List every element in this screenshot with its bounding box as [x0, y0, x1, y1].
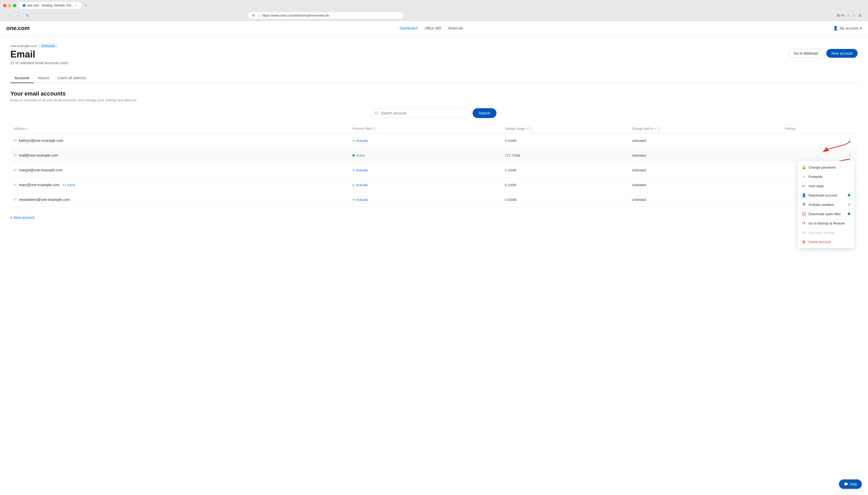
three-dots-wrap: ⋮ 🔒 Change password → Forwar [845, 152, 854, 159]
storage-info-icon[interactable]: i [528, 127, 532, 131]
nav-office365[interactable]: Office 365 [425, 26, 441, 30]
row-settings-cell: ⋮ 🔒 Change password → Forwar [782, 148, 858, 163]
email-address-wrap: ✉ mary@one-example.com +1 more [14, 183, 346, 187]
status-dot [353, 154, 355, 157]
dropdown-sanebox[interactable]: ⚗ Activate sanebox [798, 200, 854, 209]
page-title: Email [10, 49, 68, 60]
dropdown-label: Delete account [808, 240, 831, 244]
address-sort-icon[interactable]: ▾ [26, 127, 27, 130]
table-row: ✉ kathryn@one-example.com Activate 0.03M… [10, 133, 858, 148]
addon-col-label: Storage add-on [632, 127, 653, 131]
premium-col-label: Premium Mail [353, 127, 371, 131]
close-window-btn[interactable] [3, 4, 6, 7]
table-body: ✉ kathryn@one-example.com Activate 0.03M… [10, 133, 858, 207]
help-button[interactable]: 💬 Help [839, 479, 862, 489]
email-extra-label: +1 more [63, 183, 75, 187]
chevron-down-icon: ▾ [860, 26, 862, 30]
tab-title: one.com : Hosting, Domain, Em... [27, 4, 73, 7]
row-storage-cell: 717.72MB [502, 148, 629, 163]
browser-controls: 80 % ☆ 🛡 ☰ [837, 14, 862, 17]
col-address-header: Address ▾ [10, 124, 349, 133]
lock-icon: 🔒 [802, 165, 806, 169]
bookmark-icon[interactable]: ☆ [847, 14, 850, 17]
email-user-icon: ✉ [14, 197, 17, 202]
premium-info-icon[interactable]: i [372, 127, 376, 131]
envelope-icon: ✉ [802, 231, 806, 235]
tab-close-btn[interactable]: ✕ [75, 4, 77, 7]
dropdown-label: Auto-reply [808, 184, 824, 188]
go-to-webmail-button[interactable]: Go to Webmail [788, 49, 823, 58]
dropdown-autoreply[interactable]: ↩ Auto-reply [798, 181, 854, 190]
nav-referrals[interactable]: Referrals [448, 26, 463, 30]
search-input-wrap [372, 108, 470, 118]
dropdown-delete-account[interactable]: 🗑 Delete account [798, 237, 854, 246]
email-address-wrap: ✉ margot@one-example.com [14, 168, 346, 172]
table-row: ✉ margot@one-example.com Activate 0.16MB [10, 163, 858, 177]
status-dot [353, 169, 355, 171]
menu-icon[interactable]: ☰ [859, 14, 862, 17]
row-menu-btn-active[interactable]: ⋮ [845, 152, 854, 159]
email-address-wrap: ✉ kathryn@one-example.com [14, 138, 346, 143]
settings-col-wrap: ⋮ [785, 137, 854, 144]
tab-accounts[interactable]: Accounts [10, 73, 34, 83]
row-menu-btn[interactable]: ⋮ [845, 137, 854, 144]
dropdown-label: Change password [808, 166, 836, 169]
dropdown-label: Go to Backup & Restore [808, 221, 845, 225]
status-indicator-green2 [848, 212, 850, 215]
reload-btn[interactable]: ↻ [24, 12, 31, 19]
maximize-window-btn[interactable] [13, 4, 16, 7]
new-account-button[interactable]: New account [826, 49, 858, 58]
tab-aliases[interactable]: Aliases [34, 73, 54, 83]
minimize-window-btn[interactable] [8, 4, 12, 7]
addon-info-icon[interactable]: i [657, 127, 660, 131]
addon-sort-icon[interactable]: ▾ [655, 127, 656, 130]
url-bar[interactable]: https://www.one.com/admin/mail/overview.… [248, 12, 404, 19]
activate-status[interactable]: Activate [353, 168, 499, 172]
row-address-cell: ✉ margot@one-example.com [10, 163, 349, 177]
storage-sort-icon[interactable]: ▾ [526, 127, 527, 130]
help-chat-icon: 💬 [844, 482, 848, 486]
status-dot [353, 139, 355, 142]
search-button[interactable]: Search [473, 108, 496, 118]
storage-value: 0.03MB [505, 198, 517, 202]
dropdown-change-password[interactable]: 🔒 Change password [798, 163, 854, 172]
status-label: Activate [356, 183, 368, 187]
forward-btn[interactable]: › [15, 12, 22, 19]
page-subtitle: 21 of unlimited email accounts used [10, 61, 68, 65]
person-icon: 👤 [802, 193, 806, 197]
email-table: Address ▾ Premium Mail i Storage usage [10, 124, 858, 207]
row-addon-cell: Unlimited [629, 133, 782, 148]
my-account-menu[interactable]: 👤 My account ▾ [833, 25, 862, 31]
nav-dashboard[interactable]: Dashboard [400, 26, 418, 30]
email-user-icon: ✉ [14, 138, 17, 143]
dropdown-deactivate-spam[interactable]: 🚫 Deactivate spam filter [798, 209, 854, 219]
dropdown-forwards[interactable]: → Forwards [798, 172, 854, 181]
dropdown-deactivate-account[interactable]: 👤 Deactivate account [798, 190, 854, 200]
new-account-link[interactable]: + New account [10, 216, 34, 220]
email-address: kathryn@one-example.com [19, 138, 63, 143]
dropdown-label: Forwards [808, 175, 822, 178]
reply-icon: ↩ [802, 184, 806, 188]
tab-catch-all[interactable]: Catch-all address [54, 73, 90, 83]
activate-status[interactable]: Activate [353, 183, 499, 187]
search-input[interactable] [372, 108, 470, 118]
back-btn[interactable]: ‹ [6, 12, 13, 19]
row-address-cell: ✉ mail@one-example.com [10, 148, 349, 163]
browser-tab[interactable]: one.com : Hosting, Domain, Em... ✕ [19, 2, 81, 9]
activate-status[interactable]: Activate [353, 139, 499, 143]
filter-icon: ⚗ [802, 202, 806, 207]
status-label: Active [356, 154, 365, 157]
active-status[interactable]: Active [353, 154, 499, 157]
row-addon-cell: Unlimited [629, 192, 782, 207]
new-tab-btn[interactable]: + [82, 2, 88, 8]
activate-status[interactable]: Activate [353, 198, 499, 202]
dropdown-more-storage: ✉ Get more storage [798, 228, 854, 237]
email-address: newsletters@one-example.com [19, 198, 70, 202]
storage-value: 0.03MB [505, 139, 517, 143]
dropdown-backup[interactable]: ↺ Go to Backup & Restore [798, 219, 854, 228]
search-bar: Search [10, 108, 858, 118]
col-addon-header: Storage add-on ▾ i [629, 124, 782, 133]
storage-value: 6.18MB [505, 183, 517, 187]
dropdown-label: Get more storage [808, 231, 835, 235]
status-indicator-gray [848, 203, 850, 206]
